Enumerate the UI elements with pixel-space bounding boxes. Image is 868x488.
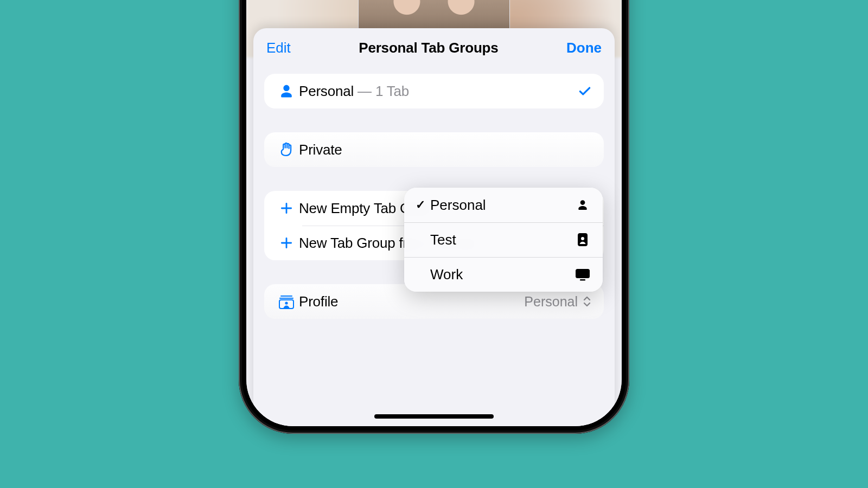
profile-stack-icon (274, 293, 299, 310)
profile-picker-menu: ✓ Personal Test (404, 188, 603, 292)
plus-icon (274, 201, 299, 215)
id-badge-icon (575, 233, 591, 247)
profile-option-test[interactable]: Test (404, 222, 603, 257)
menu-item-label: Work (428, 266, 575, 283)
profile-option-personal[interactable]: ✓ Personal (404, 188, 603, 222)
sheet-header: Edit Personal Tab Groups Done (253, 28, 615, 67)
done-button[interactable]: Done (566, 40, 602, 56)
plus-icon (274, 236, 299, 250)
tab-group-label: Personal — 1 Tab (299, 83, 409, 100)
tab-group-personal[interactable]: Personal — 1 Tab (264, 74, 604, 108)
svg-rect-5 (576, 269, 590, 278)
svg-point-4 (581, 237, 584, 240)
menu-item-label: Personal (428, 197, 575, 214)
checkmark-icon (578, 84, 592, 98)
tab-groups-sheet: Edit Personal Tab Groups Done Personal —… (253, 28, 615, 426)
hand-raised-icon (274, 142, 299, 158)
profile-label: Profile (299, 293, 338, 310)
svg-rect-6 (580, 279, 585, 280)
checkmark-icon: ✓ (413, 198, 428, 212)
phone-screen: HOW Edit Personal Tab Groups Done (246, 0, 622, 426)
person-fill-icon (274, 84, 299, 99)
profile-value: Personal (524, 294, 592, 310)
chevron-up-down-icon (582, 295, 592, 308)
home-indicator (374, 414, 494, 419)
profile-option-work[interactable]: Work (404, 257, 603, 292)
tab-group-private[interactable]: Private (264, 132, 604, 167)
edit-button[interactable]: Edit (266, 40, 291, 56)
sheet-title: Personal Tab Groups (359, 40, 498, 56)
tab-group-label: Private (299, 142, 342, 158)
menu-item-label: Test (428, 232, 575, 248)
svg-point-1 (285, 301, 288, 304)
person-fill-icon (575, 199, 591, 211)
phone-frame: HOW Edit Personal Tab Groups Done (239, 0, 629, 434)
display-icon (575, 268, 591, 281)
sheet-content: Personal — 1 Tab Private (253, 67, 615, 319)
